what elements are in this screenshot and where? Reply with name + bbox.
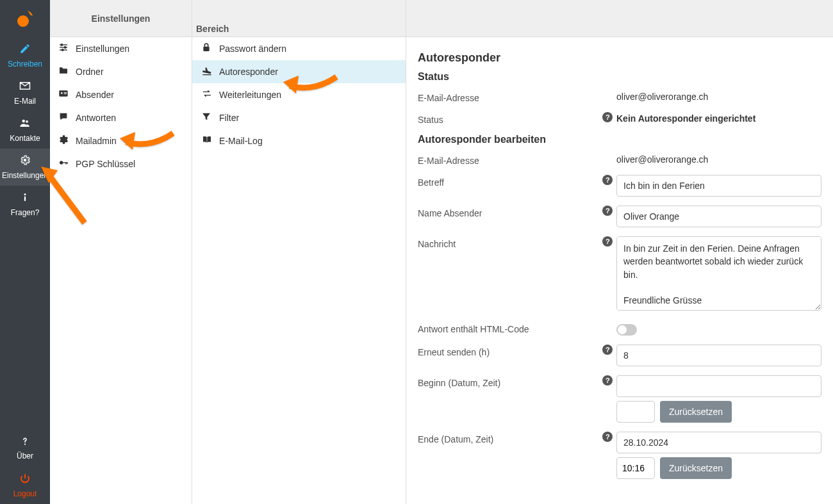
value-status: Kein Autoresponder eingerichtet [616,112,821,124]
end-date-input[interactable] [616,432,821,453]
bereich-item-emaillog[interactable]: E-Mail-Log [192,129,406,152]
people-icon [19,117,31,132]
settings-item-label: Absender [76,90,114,100]
svg-point-3 [24,159,27,162]
nav-email-label: E-Mail [14,97,36,106]
end-reset-button[interactable]: Zurücksetzen [660,457,732,479]
help-message[interactable]: ? [599,236,616,247]
nav-contacts[interactable]: Kontakte [0,111,50,149]
settings-item-mailadmin[interactable]: Mailadmin [50,129,192,152]
sender-input[interactable] [616,206,821,227]
bereich-header: Bereich [192,0,406,37]
help-sender[interactable]: ? [599,206,616,216]
question-icon: ? [602,112,613,122]
settings-item-pgp[interactable]: PGP Schlüssel [50,152,192,175]
settings-item-responses[interactable]: Antworten [50,106,192,129]
bereich-item-label: E-Mail-Log [219,136,263,146]
card-icon [58,88,73,101]
left-rail: Schreiben E-Mail Kontakte Einstellungen … [0,0,50,504]
settings-item-identities[interactable]: Absender [50,83,192,106]
chat-icon [58,111,73,124]
label-html: Antwort enthält HTML-Code [418,321,599,334]
help-subject[interactable]: ? [599,175,616,185]
begin-date-input[interactable] [616,375,821,397]
filter-icon [201,111,218,124]
gear-icon [58,134,73,148]
settings-item-label: Einstellungen [76,44,129,54]
settings-item-preferences[interactable]: Einstellungen [50,37,192,60]
question-icon: ? [602,206,613,216]
svg-rect-23 [202,74,211,75]
folder-icon [58,65,73,78]
bereich-item-label: Autoresponder [219,67,278,77]
help-end[interactable]: ? [599,432,616,442]
bereich-item-label: Passwort ändern [219,44,286,54]
nav-about-label: Über [17,451,33,460]
label-email: E-Mail-Adresse [418,90,599,103]
nav-settings-label: Einstellungen [2,171,48,180]
heading-autoresponder: Autoresponder [418,51,821,65]
end-time-input[interactable] [616,457,655,479]
main-header-bar [406,0,833,37]
settings-item-label: Mailadmin [76,136,117,146]
nav-about[interactable]: Über [0,430,50,467]
svg-point-6 [24,444,26,445]
power-icon [19,473,31,487]
settings-header: Einstellungen [50,0,192,37]
svg-rect-16 [64,93,67,94]
nav-contacts-label: Kontakte [10,134,40,143]
nav-logout-label: Logout [13,489,37,498]
info-icon [19,191,31,206]
bereich-item-filter[interactable]: Filter [192,106,406,129]
svg-rect-20 [65,162,66,164]
resend-input[interactable] [616,345,821,366]
help-begin[interactable]: ? [599,375,616,386]
bereich-item-password[interactable]: Passwort ändern [192,37,406,60]
help-resend[interactable]: ? [599,345,616,355]
question-icon: ? [602,432,613,442]
gear-icon [19,154,31,169]
bereich-item-label: Filter [219,113,239,123]
label-sender: Name Absender [418,206,599,218]
message-textarea[interactable]: In bin zur Zeit in den Ferien. Deine Anf… [616,236,821,311]
begin-reset-button[interactable]: Zurücksetzen [660,401,732,423]
svg-point-1 [22,120,26,123]
subject-input[interactable] [616,175,821,197]
svg-point-11 [64,47,66,49]
settings-item-folders[interactable]: Ordner [50,60,192,83]
nav-help-label: Fragen? [11,208,40,217]
nav-email[interactable]: E-Mail [0,74,50,111]
svg-rect-22 [203,47,209,51]
arrows-icon [201,88,218,101]
question-icon: ? [602,175,613,185]
label-begin: Beginn (Datum, Zeit) [418,375,599,388]
svg-point-14 [61,92,63,94]
nav-compose-label: Schreiben [8,60,42,69]
plane-landing-icon [201,65,218,78]
help-status[interactable]: ? [599,112,616,122]
settings-item-label: PGP Schlüssel [76,159,135,169]
html-toggle[interactable] [616,324,637,336]
begin-time-input[interactable] [616,401,655,423]
question-icon: ? [602,236,613,247]
label-resend: Erneut senden (h) [418,345,599,357]
value-email2: oliver@oliverorange.ch [616,153,821,165]
nav-settings[interactable]: Einstellungen [0,149,50,186]
svg-point-12 [62,49,63,51]
nav-help[interactable]: Fragen? [0,186,50,223]
settings-item-label: Antworten [76,113,116,123]
key-icon [58,158,73,170]
svg-point-18 [60,161,63,164]
bereich-item-autoresponder[interactable]: Autoresponder [192,60,406,83]
label-end: Ende (Datum, Zeit) [418,432,599,444]
label-subject: Betreff [418,175,599,188]
question-icon [20,436,30,450]
heading-status: Status [418,71,821,83]
bereich-item-forwarding[interactable]: Weiterleitungen [192,83,406,106]
nav-compose[interactable]: Schreiben [0,37,50,74]
bereich-item-label: Weiterleitungen [219,90,281,100]
nav-logout[interactable]: Logout [0,467,50,504]
heading-edit: Autoresponder bearbeiten [418,134,821,145]
svg-point-4 [24,193,26,195]
svg-point-2 [26,120,28,123]
